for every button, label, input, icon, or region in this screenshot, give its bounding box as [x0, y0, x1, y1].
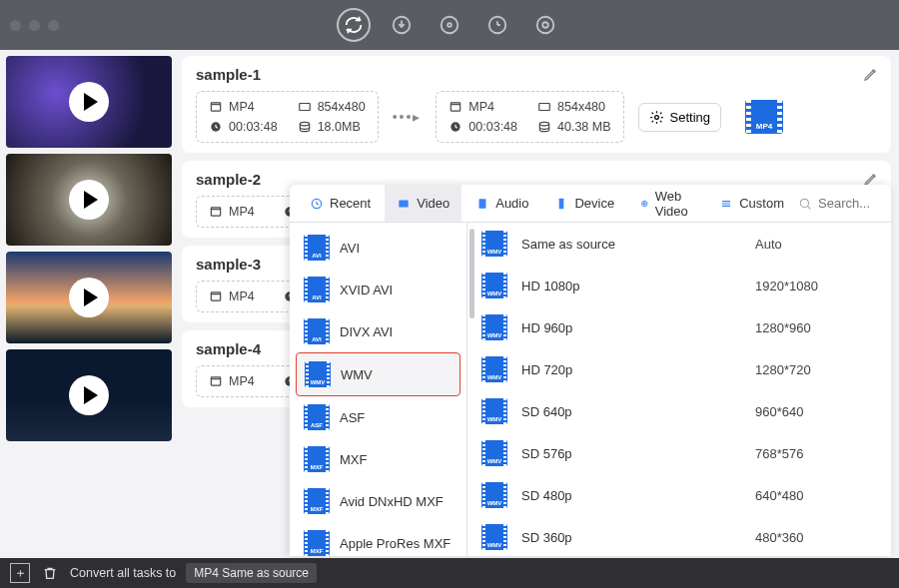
svg-point-2 — [448, 23, 451, 27]
close-window-icon[interactable] — [10, 20, 21, 31]
edit-icon[interactable] — [863, 66, 879, 85]
format-icon — [449, 100, 462, 114]
video-thumbnail[interactable] — [6, 252, 172, 343]
preset-label: SD 576p — [521, 446, 741, 461]
preset-resolution: 640*480 — [755, 488, 803, 503]
record-tool-icon[interactable] — [480, 8, 514, 42]
maximize-window-icon[interactable] — [48, 20, 59, 31]
format-icon — [209, 205, 223, 219]
tab-device[interactable]: Device — [542, 185, 626, 222]
preset-file-icon: WMV — [481, 356, 507, 382]
out-duration: 00:03:48 — [468, 120, 517, 134]
format-label: DIVX AVI — [340, 324, 393, 339]
thumbnail-column — [0, 50, 178, 558]
format-file-icon: WMV — [305, 361, 331, 387]
format-file-icon: AVI — [304, 318, 330, 344]
preset-item[interactable]: WMVHD 720p1280*720 — [467, 348, 891, 390]
tab-web-video[interactable]: Web Video — [628, 185, 705, 222]
format-item-mxf[interactable]: MXFMXF — [296, 438, 460, 480]
format-file-icon: ASF — [304, 404, 330, 430]
preset-file-icon: WMV — [481, 231, 507, 257]
arrow-icon: •••▸ — [393, 109, 423, 125]
convert-all-value[interactable]: MP4 Same as source — [186, 563, 317, 583]
preset-label: HD 960p — [521, 320, 741, 335]
minimize-window-icon[interactable] — [29, 20, 40, 31]
download-tool-icon[interactable] — [385, 8, 419, 42]
setting-label: Setting — [670, 110, 710, 125]
preset-item[interactable]: WMVHD 960p1280*960 — [467, 306, 891, 348]
svg-point-1 — [442, 17, 458, 34]
play-icon[interactable] — [69, 82, 109, 122]
format-icon — [209, 100, 223, 114]
preset-file-icon: WMV — [481, 524, 507, 550]
play-icon[interactable] — [69, 278, 109, 317]
out-res: 854x480 — [557, 100, 605, 114]
format-list[interactable]: AVIAVIAVIXVID AVIAVIDIVX AVIWMVWMVASFASF… — [290, 223, 467, 556]
tab-custom[interactable]: Custom — [707, 185, 796, 222]
tab-video[interactable]: Video — [385, 185, 461, 222]
format-item-avi[interactable]: AVIAVI — [296, 227, 460, 269]
preset-label: HD 1080p — [521, 279, 741, 294]
clock-icon — [209, 120, 223, 134]
preset-label: Same as source — [521, 237, 741, 252]
format-item-avid-dnxhd-mxf[interactable]: MXFAvid DNxHD MXF — [296, 480, 460, 522]
play-icon[interactable] — [69, 375, 109, 415]
preset-item[interactable]: WMVSD 360p480*360 — [467, 516, 891, 556]
preset-item[interactable]: WMVSD 480p640*480 — [467, 474, 891, 516]
search-box[interactable] — [798, 196, 891, 211]
in-format: MP4 — [229, 100, 255, 114]
format-file-icon: MXF — [304, 530, 330, 556]
convert-tool-icon[interactable] — [337, 8, 371, 42]
svg-rect-24 — [559, 198, 564, 209]
svg-rect-7 — [299, 104, 310, 111]
format-item-apple-prores-mxf[interactable]: MXFApple ProRes MXF — [296, 522, 460, 556]
scrollbar-thumb[interactable] — [469, 229, 474, 318]
format-label: XVID AVI — [340, 283, 393, 297]
tab-audio[interactable]: Audio — [463, 185, 540, 222]
format-item-divx-avi[interactable]: AVIDIVX AVI — [296, 310, 460, 352]
setting-button[interactable]: Setting — [638, 103, 721, 132]
preset-label: SD 640p — [521, 404, 741, 419]
in-size: 18.0MB — [318, 120, 361, 134]
disk-icon — [298, 120, 312, 134]
convert-all-label: Convert all tasks to — [70, 566, 176, 580]
preset-resolution: 768*576 — [755, 446, 803, 461]
preset-item[interactable]: WMVSD 640p960*640 — [467, 390, 891, 432]
search-input[interactable] — [818, 196, 891, 211]
format-file-icon: MXF — [304, 488, 330, 514]
delete-task-icon[interactable] — [40, 563, 60, 583]
svg-point-5 — [542, 22, 548, 28]
play-icon[interactable] — [69, 180, 109, 220]
format-item-xvid-avi[interactable]: AVIXVID AVI — [296, 269, 460, 310]
format-label: WMV — [341, 367, 373, 382]
output-format-badge[interactable]: MP4 — [745, 100, 783, 134]
format-icon — [209, 290, 223, 303]
add-task-icon[interactable]: ＋ — [10, 563, 30, 583]
video-thumbnail[interactable] — [6, 154, 172, 246]
format-file-icon: AVI — [304, 235, 330, 261]
svg-rect-11 — [539, 104, 550, 111]
disc-tool-icon[interactable] — [433, 8, 466, 42]
popup-tabs: Recent Video Audio Device Web Video Cust… — [290, 185, 891, 223]
preset-file-icon: WMV — [481, 273, 507, 298]
format-label: Avid DNxHD MXF — [340, 494, 444, 509]
video-thumbnail[interactable] — [6, 56, 172, 148]
task-card: sample-1 MP4 854x480 00:03:48 18.0MB •••… — [182, 56, 891, 153]
preset-item[interactable]: WMVSD 576p768*576 — [467, 432, 891, 474]
format-item-wmv[interactable]: WMVWMV — [296, 352, 460, 396]
in-duration: 00:03:48 — [229, 120, 278, 134]
video-thumbnail[interactable] — [6, 349, 172, 441]
format-icon — [209, 374, 223, 388]
preset-item[interactable]: WMVSame as sourceAuto — [467, 223, 891, 265]
out-size: 40.38 MB — [557, 120, 611, 134]
resolution-icon — [298, 100, 312, 114]
capture-tool-icon[interactable] — [528, 8, 562, 42]
svg-point-4 — [537, 17, 554, 34]
preset-list[interactable]: WMVSame as sourceAutoWMVHD 1080p1920*108… — [467, 223, 891, 556]
preset-item[interactable]: WMVHD 1080p1920*1080 — [467, 265, 891, 306]
format-item-asf[interactable]: ASFASF — [296, 396, 460, 438]
svg-point-14 — [654, 115, 658, 119]
preset-resolution: 960*640 — [755, 404, 803, 419]
window-controls — [10, 20, 59, 31]
tab-recent[interactable]: Recent — [298, 185, 383, 222]
